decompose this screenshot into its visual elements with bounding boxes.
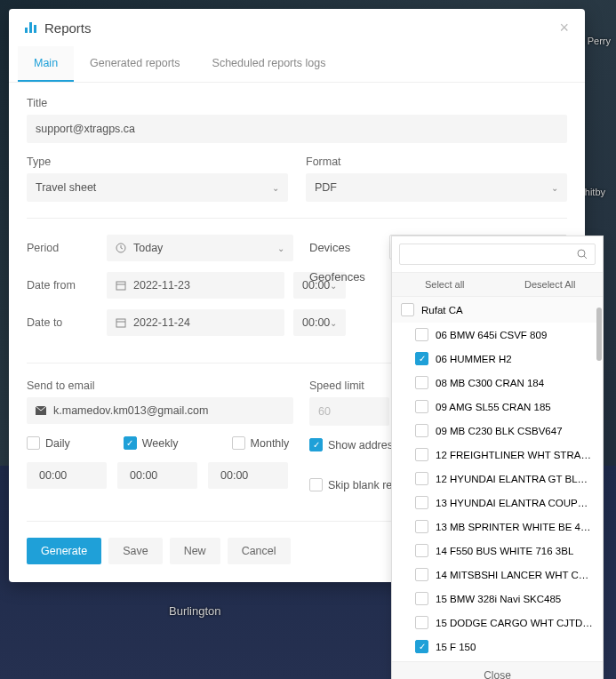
- device-item[interactable]: 15 F 150: [392, 635, 603, 659]
- chevron-down-icon: ⌄: [277, 244, 284, 253]
- close-icon[interactable]: ×: [559, 20, 569, 36]
- calendar-icon: [116, 280, 126, 291]
- device-item[interactable]: 08 MB C300 CRAN 184: [392, 371, 603, 395]
- checkbox[interactable]: [415, 472, 428, 485]
- device-item[interactable]: 15 BMW 328i Navi SKC485: [392, 587, 603, 611]
- new-button[interactable]: New: [170, 538, 220, 564]
- checkbox[interactable]: [415, 424, 428, 437]
- tab-scheduled[interactable]: Scheduled reports logs: [196, 46, 342, 82]
- device-item[interactable]: 13 HYUNDAI ELANTRA COUPE RED CMKW 208: [392, 491, 603, 515]
- device-item[interactable]: 12 FREIGHTLINER WHT STRAIGHT: [392, 443, 603, 467]
- map-label-burlington: Burlington: [169, 604, 221, 618]
- email-label: Send to email: [27, 379, 293, 392]
- email-input[interactable]: k.mamedov.km013@gmail.com: [27, 397, 293, 424]
- checkbox[interactable]: [415, 640, 428, 653]
- device-label: 12 FREIGHTLINER WHT STRAIGHT: [436, 450, 594, 460]
- dropdown-actions: Select all Deselect All: [392, 273, 603, 297]
- format-label: Format: [306, 156, 567, 168]
- type-select[interactable]: Travel sheet ⌄: [27, 173, 288, 202]
- checkbox[interactable]: [415, 616, 428, 629]
- format-select[interactable]: PDF ⌄: [306, 173, 567, 202]
- scrollbar[interactable]: [596, 308, 602, 361]
- dropdown-search-input[interactable]: [399, 244, 596, 265]
- svg-rect-1: [116, 282, 125, 290]
- devices-dropdown: Select all Deselect All Rufat CA 06 BMW …: [391, 236, 604, 679]
- checkbox[interactable]: [415, 520, 428, 533]
- dateto-label: Date to: [27, 316, 98, 329]
- device-label: 06 HUMMER H2: [436, 354, 512, 364]
- modal-header: Reports ×: [9, 9, 585, 46]
- mail-icon: [36, 406, 46, 415]
- group-label: Rufat CA: [421, 305, 463, 316]
- geofences-label: Geofences: [309, 270, 380, 284]
- device-label: 13 MB SPRINTER WHITE BE 45689: [436, 522, 594, 532]
- device-label: 09 MB C230 BLK CSBV647: [436, 426, 563, 436]
- device-item[interactable]: 09 MB C230 BLK CSBV647: [392, 419, 603, 443]
- weekly-checkbox[interactable]: Weekly: [124, 436, 179, 450]
- datefrom-input[interactable]: 2022-11-23: [107, 272, 284, 299]
- device-label: 15 BMW 328i Navi SKC485: [436, 594, 561, 604]
- checkbox[interactable]: [415, 376, 428, 389]
- device-label: 14 F550 BUS WHITE 716 3BL: [436, 546, 573, 556]
- time-input-2[interactable]: 00:00: [117, 462, 197, 489]
- dateto-input[interactable]: 2022-11-24: [107, 309, 284, 336]
- device-item[interactable]: 06 BMW 645i CSVF 809: [392, 323, 603, 347]
- time-input-3[interactable]: 00:00: [208, 462, 288, 489]
- email-value: k.mamedov.km013@gmail.com: [53, 404, 208, 417]
- period-select[interactable]: Today ⌄: [107, 235, 293, 261]
- checkbox[interactable]: [415, 544, 428, 557]
- daily-checkbox[interactable]: Daily: [27, 436, 70, 450]
- device-label: 15 DODGE CARGO WHT CJTD 625: [436, 618, 594, 628]
- calendar-icon: [116, 317, 126, 328]
- datefrom-label: Date from: [27, 279, 98, 292]
- dateto-value: 2022-11-24: [133, 316, 190, 329]
- cancel-button[interactable]: Cancel: [228, 538, 291, 564]
- datefrom-value: 2022-11-23: [133, 279, 190, 292]
- device-item[interactable]: 09 AMG SL55 CRAN 185: [392, 395, 603, 419]
- device-item[interactable]: 06 HUMMER H2: [392, 347, 603, 371]
- type-label: Type: [27, 156, 288, 168]
- generate-button[interactable]: Generate: [27, 538, 101, 564]
- dropdown-search-wrap: [392, 236, 603, 273]
- time-input-1[interactable]: 00:00: [27, 462, 107, 489]
- checkbox[interactable]: [415, 496, 428, 509]
- select-all-button[interactable]: Select all: [392, 273, 498, 296]
- format-value: PDF: [315, 181, 337, 194]
- dropdown-list[interactable]: Rufat CA 06 BMW 645i CSVF 80906 HUMMER H…: [392, 297, 603, 661]
- chevron-down-icon: ⌄: [551, 183, 558, 193]
- device-label: 13 HYUNDAI ELANTRA COUPE RED CMKW 208: [436, 498, 594, 508]
- device-item[interactable]: 14 MITSBSHI LANCER WHT CJXM304: [392, 563, 603, 587]
- period-value: Today: [133, 242, 270, 254]
- device-label: 14 MITSBSHI LANCER WHT CJXM304: [436, 570, 594, 580]
- title-input[interactable]: [27, 115, 567, 143]
- checkbox[interactable]: [415, 328, 428, 341]
- device-item[interactable]: 14 F550 BUS WHITE 716 3BL: [392, 539, 603, 563]
- checkbox[interactable]: [415, 400, 428, 413]
- device-item[interactable]: 15 DODGE CARGO WHT CJTD 625: [392, 611, 603, 635]
- checkbox[interactable]: [415, 352, 428, 365]
- tab-main[interactable]: Main: [18, 46, 74, 82]
- speed-input[interactable]: [309, 397, 389, 426]
- device-label: 06 BMW 645i CSVF 809: [436, 330, 547, 340]
- devices-label: Devices: [309, 241, 380, 254]
- monthly-checkbox[interactable]: Monthly: [232, 436, 290, 450]
- dropdown-close-button[interactable]: Close: [392, 661, 603, 679]
- chevron-down-icon: ⌄: [272, 183, 279, 193]
- svg-rect-2: [116, 319, 125, 327]
- device-item[interactable]: 12 HYUNDAI ELANTRA GT BLACK CSMH 507: [392, 467, 603, 491]
- checkbox[interactable]: [415, 592, 428, 605]
- search-icon: [577, 249, 588, 260]
- checkbox[interactable]: [415, 448, 428, 461]
- checkbox[interactable]: [415, 568, 428, 581]
- save-button[interactable]: Save: [108, 538, 163, 564]
- deselect-all-button[interactable]: Deselect All: [498, 273, 604, 296]
- device-item[interactable]: 13 MB SPRINTER WHITE BE 45689: [392, 515, 603, 539]
- type-value: Travel sheet: [36, 181, 96, 194]
- device-label: 08 MB C300 CRAN 184: [436, 378, 544, 388]
- device-group[interactable]: Rufat CA: [392, 297, 603, 323]
- reports-icon: [25, 22, 37, 33]
- svg-point-4: [578, 250, 585, 257]
- tabs: Main Generated reports Scheduled reports…: [9, 46, 585, 83]
- tab-generated[interactable]: Generated reports: [74, 46, 196, 82]
- modal-title-wrap: Reports: [25, 20, 92, 36]
